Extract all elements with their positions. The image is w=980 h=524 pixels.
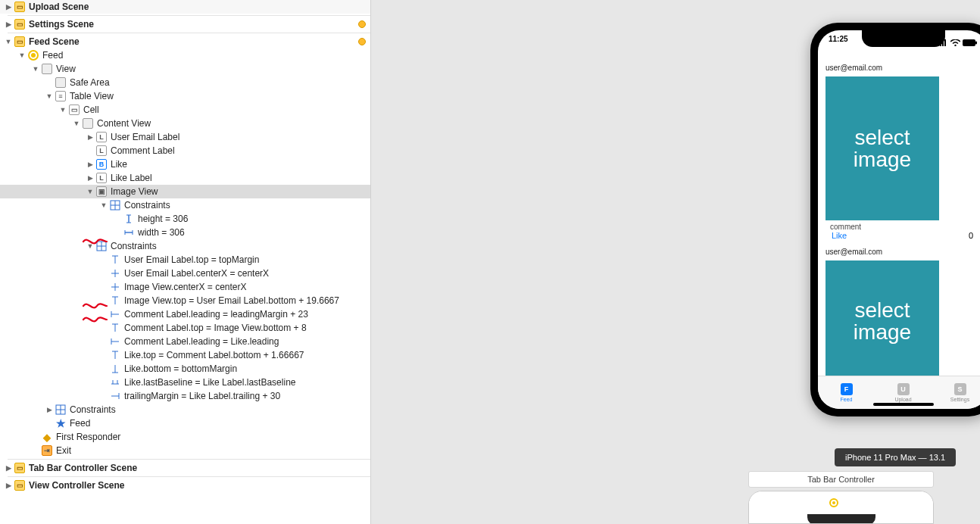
constraints-icon bbox=[55, 404, 66, 415]
safe-area[interactable]: ▼ Safe Area bbox=[0, 76, 370, 89]
constraint-item[interactable]: ▶Comment Label.leading = leadingMargin +… bbox=[0, 307, 370, 321]
scene-feed[interactable]: ▼ ▭ Feed Scene bbox=[0, 35, 370, 48]
svg-rect-41 bbox=[944, 39, 946, 46]
constraint-item[interactable]: ▶Like.bottom = bottomMargin bbox=[0, 362, 370, 376]
disclosure-icon[interactable]: ▶ bbox=[86, 174, 94, 182]
constraint-icon bbox=[110, 391, 120, 401]
constraint-item[interactable]: ▶trailingMargin = Like Label.trailing + … bbox=[0, 389, 370, 403]
disclosure-icon[interactable]: ▼ bbox=[59, 106, 67, 114]
disclosure-icon[interactable]: ▶ bbox=[86, 161, 94, 168]
item-label: Feed bbox=[70, 418, 90, 429]
post-image: selectimage bbox=[826, 260, 939, 376]
scene-icon: ▭ bbox=[14, 19, 25, 30]
post-email: user@email.com bbox=[826, 248, 980, 256]
disclosure-icon[interactable]: ▶ bbox=[5, 3, 12, 11]
disclosure-icon[interactable]: ▶ bbox=[5, 20, 12, 28]
constraint-item[interactable]: ▶User Email Label.top = topMargin bbox=[0, 253, 370, 267]
storyboard-tabbar-controller[interactable] bbox=[748, 491, 934, 524]
constraint-item[interactable]: ▶User Email Label.centerX = centerX bbox=[0, 267, 370, 280]
disclosure-icon[interactable]: ▼ bbox=[86, 188, 94, 195]
disclosure-icon[interactable]: ▼ bbox=[32, 65, 39, 73]
item-label: Feed bbox=[42, 50, 63, 61]
constraint-icon bbox=[110, 336, 120, 347]
document-outline[interactable]: ▶ ▭ Upload Scene ▶ ▭ Settings Scene ▼ ▭ … bbox=[0, 0, 371, 524]
item-label: First Responder bbox=[56, 432, 120, 442]
constraint-item[interactable]: ▶Comment Label.top = Image View.bottom +… bbox=[0, 321, 370, 335]
item-label: Image View.centerX = centerX bbox=[124, 282, 247, 292]
constraint-width[interactable]: ▶ width = 306 bbox=[0, 226, 370, 239]
controller-title-tabbar[interactable]: Tab Bar Controller bbox=[748, 471, 934, 488]
svg-rect-44 bbox=[975, 41, 977, 44]
constraint-icon bbox=[110, 363, 120, 374]
constraint-icon bbox=[123, 227, 134, 238]
disclosure-icon[interactable]: ▶ bbox=[5, 482, 12, 489]
interface-builder-canvas[interactable]: 11:25 user@email.com selectimage comment bbox=[371, 0, 980, 524]
cell[interactable]: ▼ ▭ Cell bbox=[0, 103, 370, 117]
constraints-group[interactable]: ▶Constraints bbox=[0, 403, 370, 416]
annotation-mark-icon bbox=[82, 236, 108, 249]
content-view[interactable]: ▼ Content View bbox=[0, 117, 370, 130]
like-button[interactable]: Like bbox=[832, 231, 847, 240]
exit[interactable]: ▶⇥Exit bbox=[0, 444, 370, 457]
scene-settings[interactable]: ▶ ▭ Settings Scene bbox=[0, 17, 370, 31]
constraint-height[interactable]: ▶ height = 306 bbox=[0, 212, 370, 226]
like-label[interactable]: ▶ L Like Label bbox=[0, 171, 370, 185]
scene-upload[interactable]: ▶ ▭ Upload Scene bbox=[0, 0, 370, 14]
constraint-icon bbox=[110, 295, 120, 306]
scene-viewcontroller[interactable]: ▶ ▭ View Controller Scene bbox=[0, 479, 370, 492]
svg-rect-43 bbox=[963, 39, 975, 46]
item-label: Like Label bbox=[111, 173, 152, 183]
constraint-item[interactable]: ▶Like.lastBaseline = Like Label.lastBase… bbox=[0, 376, 370, 389]
view-icon bbox=[83, 118, 93, 129]
disclosure-icon[interactable]: ▼ bbox=[45, 92, 53, 100]
viewcontroller-feed[interactable]: ▼ Feed bbox=[0, 48, 370, 62]
scene-tabbar[interactable]: ▶ ▭ Tab Bar Controller Scene bbox=[0, 461, 370, 475]
warning-badge-icon bbox=[358, 38, 366, 45]
comment-label[interactable]: ▶ L Comment Label bbox=[0, 144, 370, 158]
item-label: Comment Label.leading = leadingMargin + … bbox=[124, 309, 308, 320]
safearea-icon bbox=[55, 77, 66, 88]
image-view[interactable]: ▼ ▣ Image View bbox=[0, 185, 370, 198]
cell-icon: ▭ bbox=[69, 104, 80, 115]
feed-post: user@email.com selectimage bbox=[824, 248, 980, 376]
constraint-item[interactable]: ▶Comment Label.leading = Like.leading bbox=[0, 335, 370, 348]
constraint-icon bbox=[110, 377, 120, 388]
disclosure-icon[interactable]: ▶ bbox=[86, 133, 94, 141]
disclosure-icon[interactable]: ▼ bbox=[18, 51, 26, 59]
disclosure-icon[interactable]: ▶ bbox=[45, 406, 53, 413]
home-indicator-icon bbox=[873, 403, 934, 406]
tab-feed[interactable]: FFeed bbox=[818, 376, 875, 409]
item-label: Safe Area bbox=[70, 77, 110, 88]
item-label: Comment Label bbox=[111, 145, 175, 156]
item-label: Like bbox=[111, 159, 127, 170]
item-label: Exit bbox=[56, 445, 71, 456]
disclosure-icon[interactable]: ▶ bbox=[5, 464, 12, 472]
table-view[interactable]: ▼ ≡ Table View bbox=[0, 89, 370, 103]
constraint-item[interactable]: ▶Image View.centerX = centerX bbox=[0, 280, 370, 294]
item-label: Like.bottom = bottomMargin bbox=[124, 363, 237, 374]
tab-settings[interactable]: SSettings bbox=[932, 376, 980, 409]
feed-tab-item[interactable]: ▶★Feed bbox=[0, 416, 370, 430]
constraint-item[interactable]: ▶Image View.top = User Email Label.botto… bbox=[0, 294, 370, 307]
item-label: View bbox=[56, 64, 76, 74]
scene-label: Feed Scene bbox=[29, 36, 358, 47]
label-icon: L bbox=[96, 145, 107, 156]
item-label: width = 306 bbox=[138, 227, 185, 238]
like-button[interactable]: ▶ B Like bbox=[0, 158, 370, 171]
item-label: Content View bbox=[97, 118, 151, 129]
constraint-icon bbox=[110, 323, 120, 333]
view[interactable]: ▼ View bbox=[0, 62, 370, 76]
disclosure-icon[interactable]: ▼ bbox=[73, 120, 80, 127]
feed-list[interactable]: user@email.com selectimage comment Like … bbox=[818, 56, 980, 376]
disclosure-icon[interactable]: ▼ bbox=[5, 38, 12, 45]
scene-label: Upload Scene bbox=[29, 2, 89, 12]
disclosure-icon[interactable]: ▼ bbox=[100, 201, 108, 209]
first-responder[interactable]: ▶◆First Responder bbox=[0, 430, 370, 444]
label-icon: L bbox=[96, 132, 107, 142]
constraint-item[interactable]: ▶Like.top = Comment Label.bottom + 1.666… bbox=[0, 348, 370, 362]
user-email-label[interactable]: ▶ L User Email Label bbox=[0, 130, 370, 144]
item-label: User Email Label.top = topMargin bbox=[124, 254, 259, 265]
constraints-group[interactable]: ▼ Constraints bbox=[0, 198, 370, 212]
cube-icon: ◆ bbox=[42, 432, 52, 442]
constraints-group[interactable]: ▼ Constraints bbox=[0, 239, 370, 253]
